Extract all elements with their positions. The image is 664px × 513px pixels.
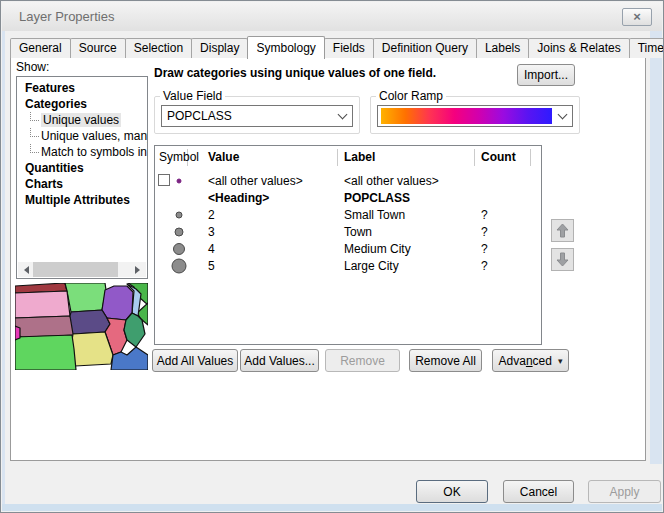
dialog-frame-left — [2, 30, 5, 511]
class-symbol-icon[interactable] — [172, 258, 187, 273]
scrollbar-thumb[interactable] — [32, 262, 118, 277]
column-header-count[interactable]: Count — [475, 149, 531, 166]
remove-button: Remove — [325, 349, 400, 372]
add-values-button[interactable]: Add Values... — [240, 349, 319, 372]
dropdown-arrow-icon: ▾ — [558, 356, 563, 366]
window-title: Layer Properties — [19, 9, 114, 24]
ok-button[interactable]: OK — [416, 480, 488, 503]
tree-connector-icon — [30, 128, 39, 137]
tab-source[interactable]: Source — [70, 38, 126, 58]
class-symbol-icon[interactable] — [173, 243, 185, 255]
tab-labels[interactable]: Labels — [476, 38, 529, 58]
symbology-tab-page: Show: Features Categories Unique values … — [10, 57, 646, 461]
class-symbol-icon[interactable] — [175, 227, 184, 236]
chevron-down-icon[interactable] — [552, 115, 572, 118]
remove-all-button[interactable]: Remove All — [409, 349, 482, 372]
scroll-left-icon — [20, 266, 29, 274]
show-tree-listbox: Features Categories Unique values Unique… — [16, 76, 148, 279]
value-field-group: Value Field POPCLASS — [154, 89, 360, 134]
move-up-button[interactable] — [551, 219, 574, 242]
chevron-down-icon[interactable] — [332, 115, 352, 118]
scroll-right-button[interactable] — [131, 262, 146, 277]
import-button[interactable]: Import... — [517, 64, 575, 86]
table-row[interactable]: <all other values> <all other values> — [155, 172, 541, 189]
tab-joins-relates[interactable]: Joins & Relates — [528, 38, 629, 58]
dialog-frame-right — [650, 30, 662, 464]
scroll-right-icon — [135, 266, 144, 274]
tree-item-unique-values-many[interactable]: Unique values, many — [17, 128, 147, 144]
tree-item-match-symbols[interactable]: Match to symbols in a — [17, 144, 147, 160]
column-header-label[interactable]: Label — [338, 149, 475, 166]
layer-properties-dialog: Layer Properties × General Source Select… — [0, 0, 664, 513]
move-down-button[interactable] — [551, 248, 574, 271]
tab-selection[interactable]: Selection — [125, 38, 192, 58]
add-all-values-button[interactable]: Add All Values — [152, 349, 238, 372]
value-field-dropdown[interactable]: POPCLASS — [161, 105, 353, 127]
table-row[interactable]: <Heading> POPCLASS — [155, 189, 541, 206]
down-arrow-icon — [554, 251, 571, 268]
table-row[interactable]: 4 Medium City ? — [155, 240, 541, 257]
all-other-values-checkbox[interactable] — [158, 174, 170, 186]
map-preview — [15, 283, 148, 370]
close-button[interactable]: × — [622, 8, 652, 26]
listbox-horizontal-scrollbar[interactable] — [18, 262, 146, 277]
all-other-values-symbol-icon[interactable] — [177, 178, 182, 183]
color-ramp-dropdown[interactable] — [377, 105, 573, 127]
color-ramp-group-label: Color Ramp — [376, 89, 446, 103]
tree-item-quantities[interactable]: Quantities — [17, 160, 147, 176]
tab-time[interactable]: Time — [629, 38, 664, 58]
tab-symbology[interactable]: Symbology — [247, 36, 324, 59]
column-header-symbol[interactable]: Symbol — [155, 149, 188, 166]
symbol-table-header: Symbol Value Label Count — [155, 146, 541, 168]
advanced-button[interactable]: Advanced ▾ — [492, 349, 569, 372]
tab-strip: General Source Selection Display Symbolo… — [10, 36, 664, 58]
scroll-left-button[interactable] — [18, 262, 33, 277]
tree-connector-icon — [30, 112, 39, 121]
tab-display[interactable]: Display — [191, 38, 248, 58]
table-row[interactable]: 5 Large City ? — [155, 257, 541, 274]
tree-item-charts[interactable]: Charts — [17, 176, 147, 192]
symbol-table-body: <all other values> <all other values> <H… — [155, 168, 541, 274]
tree-item-categories[interactable]: Categories — [17, 96, 147, 112]
class-symbol-icon[interactable] — [176, 211, 183, 218]
table-row[interactable]: 3 Town ? — [155, 223, 541, 240]
tab-fields[interactable]: Fields — [324, 38, 374, 58]
cancel-button[interactable]: Cancel — [503, 480, 574, 503]
tab-general[interactable]: General — [10, 38, 71, 58]
color-ramp-swatch — [381, 108, 552, 124]
value-field-group-label: Value Field — [160, 89, 225, 103]
tree-item-unique-values[interactable]: Unique values — [17, 112, 147, 128]
color-ramp-group: Color Ramp — [370, 89, 580, 134]
up-arrow-icon — [554, 222, 571, 239]
table-row[interactable]: 2 Small Town ? — [155, 206, 541, 223]
column-header-value[interactable]: Value — [188, 149, 338, 166]
close-icon: × — [633, 9, 641, 24]
draw-method-description: Draw categories using unique values of o… — [154, 66, 436, 80]
apply-button: Apply — [588, 480, 661, 503]
symbol-table: Symbol Value Label Count <all other valu… — [154, 145, 542, 345]
value-field-selected-value: POPCLASS — [162, 109, 332, 123]
tree-connector-icon — [30, 144, 39, 153]
tree-item-multiple-attributes[interactable]: Multiple Attributes — [17, 192, 147, 208]
tree-item-features[interactable]: Features — [17, 80, 147, 96]
dialog-frame-bottom — [2, 504, 662, 511]
column-header-filler — [531, 149, 541, 166]
map-preview-image — [15, 283, 148, 370]
show-label: Show: — [16, 60, 49, 74]
title-bar[interactable]: Layer Properties × — [2, 2, 662, 31]
tab-definition-query[interactable]: Definition Query — [373, 38, 477, 58]
